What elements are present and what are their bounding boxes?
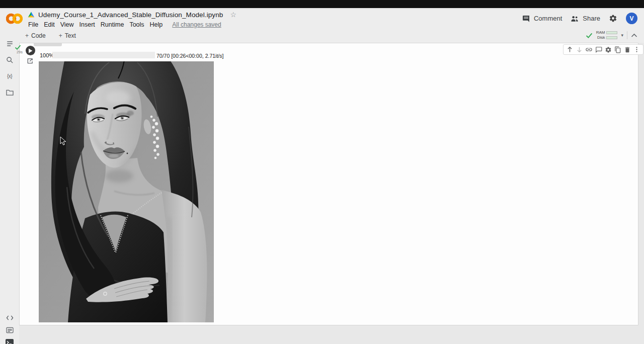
menu-help[interactable]: Help	[150, 21, 163, 28]
plus-icon: +	[59, 32, 62, 39]
cell-settings-icon[interactable]	[604, 46, 612, 53]
disk-meter	[606, 36, 617, 39]
divider	[627, 31, 627, 39]
mouse-cursor	[60, 136, 66, 146]
add-text-label: Text	[65, 32, 76, 39]
check-icon	[15, 45, 21, 50]
variables-icon[interactable]: {x}	[6, 72, 14, 80]
comment-icon	[522, 15, 530, 23]
run-cell-button[interactable]	[26, 46, 35, 55]
progress-status: 70/70 [00:26<00:00, 2.71it/s]	[156, 53, 223, 59]
progress-bar	[52, 52, 155, 58]
add-text-button[interactable]: + Text	[56, 31, 79, 40]
collapse-header-icon[interactable]	[631, 33, 637, 38]
settings-gear-icon[interactable]	[609, 14, 617, 23]
copy-link-icon[interactable]	[585, 46, 593, 53]
browser-chrome-bar	[0, 0, 644, 8]
notebook-content-area: 100% 70/70 [00:26<00:00, 2.71it/s]	[19, 43, 644, 344]
play-icon	[28, 48, 33, 53]
share-label: Share	[583, 15, 600, 22]
comment-label: Comment	[534, 15, 562, 22]
cell-executed-badge: 29s	[15, 45, 25, 54]
workspace: {x} 29s + Code +	[0, 29, 644, 344]
notebook-title[interactable]: Udemy_Course_1_Advanced_Stable_Diffusion…	[38, 11, 223, 19]
menu-view[interactable]: View	[60, 21, 74, 28]
autosave-status[interactable]: All changes saved	[172, 21, 221, 28]
menu-bar: File Edit View Insert Runtime Tools Help…	[28, 21, 221, 28]
cell-output-icon[interactable]	[27, 58, 33, 64]
ram-meter	[606, 31, 617, 34]
more-actions-icon[interactable]	[633, 46, 640, 53]
star-icon[interactable]: ☆	[230, 11, 236, 19]
move-cell-up-icon[interactable]	[566, 46, 574, 53]
command-palette-icon[interactable]	[6, 326, 14, 334]
ram-label: RAM	[596, 31, 605, 35]
menu-file[interactable]: File	[28, 21, 38, 28]
drive-icon	[28, 12, 35, 18]
share-people-icon	[571, 15, 579, 22]
progress-percent: 100%	[40, 52, 54, 58]
comment-button[interactable]: Comment	[522, 15, 562, 23]
search-icon[interactable]	[6, 56, 14, 64]
plus-icon: +	[25, 32, 29, 39]
add-code-button[interactable]: + Code	[22, 31, 49, 40]
copy-cell-icon[interactable]	[614, 46, 621, 53]
output-image	[39, 61, 214, 322]
move-cell-down-icon[interactable]	[576, 46, 583, 53]
terminal-icon[interactable]	[6, 338, 14, 344]
menu-tools[interactable]: Tools	[129, 21, 144, 28]
cell-toolbar	[563, 44, 643, 55]
files-folder-icon[interactable]	[6, 88, 14, 96]
table-of-contents-icon[interactable]	[6, 40, 14, 48]
resource-monitor[interactable]: RAM Disk	[596, 31, 618, 40]
menu-edit[interactable]: Edit	[44, 21, 55, 28]
menu-insert[interactable]: Insert	[79, 21, 95, 28]
colab-logo-icon[interactable]	[6, 12, 23, 26]
add-comment-icon[interactable]	[595, 46, 602, 53]
delete-cell-icon[interactable]	[623, 46, 631, 53]
execution-time: 29s	[15, 50, 25, 54]
avatar[interactable]: V	[626, 13, 637, 24]
menu-runtime[interactable]: Runtime	[101, 21, 124, 28]
resources-dropdown-caret[interactable]: ▾	[621, 33, 623, 38]
collapsed-code-editor-edge	[34, 43, 62, 46]
share-button[interactable]: Share	[571, 15, 600, 22]
code-snippets-icon[interactable]	[6, 314, 14, 322]
connected-check-icon	[586, 33, 593, 38]
left-sidebar: {x}	[0, 29, 19, 344]
code-cell[interactable]: 100% 70/70 [00:26<00:00, 2.71it/s]	[19, 43, 638, 325]
notebook-toolbar: + Code + Text RAM Disk ▾	[19, 29, 644, 43]
colab-header: Udemy_Course_1_Advanced_Stable_Diffusion…	[0, 8, 644, 29]
disk-label: Disk	[596, 36, 605, 40]
add-code-label: Code	[31, 32, 46, 39]
